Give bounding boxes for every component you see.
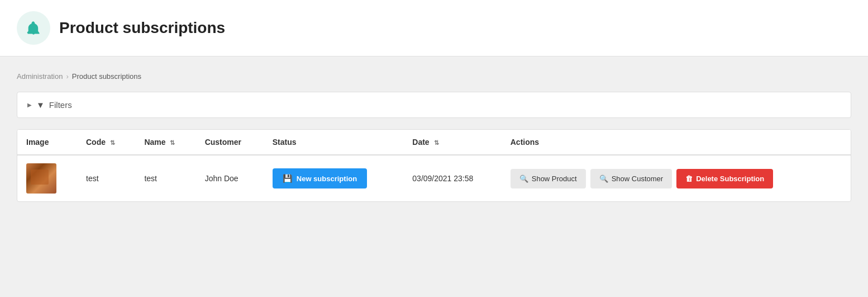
page-header: Product subscriptions: [0, 0, 868, 56]
subscription-icon: 💾: [283, 174, 292, 183]
breadcrumb-parent[interactable]: Administration: [17, 72, 63, 81]
new-subscription-button[interactable]: 💾 New subscription: [273, 168, 367, 188]
cell-image: [17, 155, 77, 201]
col-code[interactable]: Code ⇅: [77, 130, 135, 155]
cell-date: 03/09/2021 23:58: [403, 155, 501, 201]
breadcrumb-separator: ›: [66, 72, 68, 81]
filters-label: Filters: [49, 100, 72, 110]
page-title: Product subscriptions: [59, 19, 225, 37]
col-name[interactable]: Name ⇅: [135, 130, 195, 155]
filters-chevron-icon: ▶: [27, 102, 32, 108]
delete-trash-icon: 🗑: [685, 175, 693, 183]
bell-icon: [26, 20, 41, 36]
name-sort-icon: ⇅: [170, 139, 175, 147]
table-header-row: Image Code ⇅ Name ⇅ Customer Status: [17, 130, 851, 155]
subscriptions-table: Image Code ⇅ Name ⇅ Customer Status: [17, 130, 851, 201]
filters-toggle[interactable]: ▶ ▼ Filters: [27, 100, 72, 110]
col-image: Image: [17, 130, 77, 155]
breadcrumb-current: Product subscriptions: [72, 72, 141, 81]
col-date[interactable]: Date ⇅: [403, 130, 501, 155]
cell-status: 💾 New subscription: [264, 155, 404, 201]
table-row: test test John Doe 💾 New subscription: [17, 155, 851, 201]
cell-code: test: [77, 155, 135, 201]
page-wrapper: Product subscriptions Administration › P…: [0, 0, 868, 297]
show-product-search-icon: 🔍: [519, 175, 528, 183]
show-product-button[interactable]: 🔍 Show Product: [511, 169, 586, 188]
date-sort-icon: ⇅: [434, 139, 439, 147]
col-status: Status: [264, 130, 404, 155]
show-customer-search-icon: 🔍: [599, 175, 608, 183]
cell-customer: John Doe: [196, 155, 264, 201]
cell-name: test: [135, 155, 195, 201]
col-actions: Actions: [502, 130, 851, 155]
show-customer-button[interactable]: 🔍 Show Customer: [590, 169, 672, 188]
actions-container: 🔍 Show Product 🔍 Show Customer 🗑 Delete …: [511, 169, 842, 188]
filters-panel[interactable]: ▶ ▼ Filters: [17, 92, 851, 118]
product-image: [26, 163, 56, 194]
code-sort-icon: ⇅: [110, 139, 115, 147]
header-icon-container: [17, 11, 50, 45]
breadcrumb: Administration › Product subscriptions: [17, 64, 851, 86]
subscriptions-table-container: Image Code ⇅ Name ⇅ Customer Status: [17, 129, 851, 202]
delete-subscription-button[interactable]: 🗑 Delete Subscription: [676, 169, 773, 188]
col-customer: Customer: [196, 130, 264, 155]
filter-funnel-icon: ▼: [36, 100, 45, 110]
cell-actions: 🔍 Show Product 🔍 Show Customer 🗑 Delete …: [502, 155, 851, 201]
